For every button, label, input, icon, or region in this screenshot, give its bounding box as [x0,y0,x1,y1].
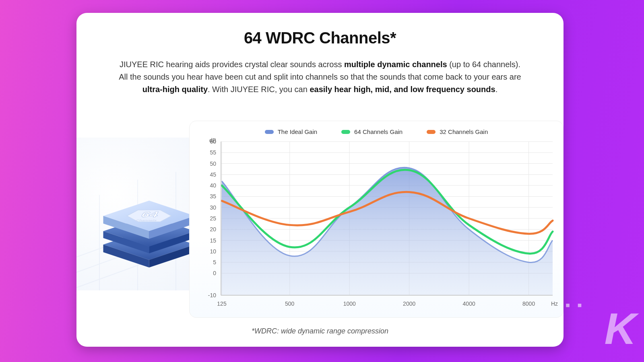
svg-text:45: 45 [210,171,216,178]
svg-text:35: 35 [210,193,216,200]
svg-text:10: 10 [210,248,216,255]
page-title: 64 WDRC Channels* [76,29,564,47]
desc-seg: . With JIUYEE RIC, you can [208,85,310,94]
y-axis-label: dB [209,138,216,144]
legend-label: 64 Channels Gain [354,128,402,135]
svg-text:0: 0 [213,270,216,276]
chart-svg: 605550454035302520151050-10 125500100020… [190,138,564,315]
svg-text:1000: 1000 [343,300,356,307]
x-axis-label: Hz [551,300,558,307]
legend-item-32: 32 Channels Gain [427,128,488,135]
svg-text:2000: 2000 [403,300,415,307]
svg-text:40: 40 [210,182,216,189]
desc-bold: easily hear high, mid, and low frequency… [310,85,495,94]
watermark-logo: K [605,303,634,354]
desc-seg: JIUYEE RIC hearing aids provides crystal… [120,60,344,69]
svg-text:5: 5 [213,259,216,265]
svg-text:50: 50 [210,160,216,167]
legend-swatch-icon [265,130,274,134]
svg-text:30: 30 [210,204,216,211]
gain-chart: The Ideal Gain 64 Channels Gain 32 Chann… [189,121,564,318]
svg-text:55: 55 [210,149,216,156]
legend-label: The Ideal Gain [278,128,317,135]
chart-legend: The Ideal Gain 64 Channels Gain 32 Chann… [190,121,563,138]
svg-text:-10: -10 [208,292,216,298]
svg-text:8000: 8000 [522,300,535,307]
svg-text:15: 15 [210,237,216,244]
svg-text:4000: 4000 [463,300,475,307]
svg-text:20: 20 [210,226,216,232]
desc-bold: multiple dynamic channels [344,60,447,69]
watermark-dots-icon: ▪ ▪ [565,297,584,313]
legend-item-64: 64 Channels Gain [341,128,402,135]
svg-text:125: 125 [217,300,227,307]
legend-swatch-icon [427,130,436,134]
svg-text:25: 25 [210,215,216,222]
legend-swatch-icon [341,130,350,134]
footnote-text: *WDRC: wide dynamic range compression [76,327,564,335]
svg-text:500: 500 [285,300,295,307]
chip-sub-label: Channels [135,219,157,222]
desc-bold: ultra-high quality [142,85,208,94]
legend-item-ideal: The Ideal Gain [265,128,317,135]
desc-seg: . [495,85,498,94]
description-text: JIUYEE RIC hearing aids provides crystal… [117,58,523,96]
legend-label: 32 Channels Gain [440,128,488,135]
content-card: 64 WDRC Channels* JIUYEE RIC hearing aid… [76,13,564,347]
